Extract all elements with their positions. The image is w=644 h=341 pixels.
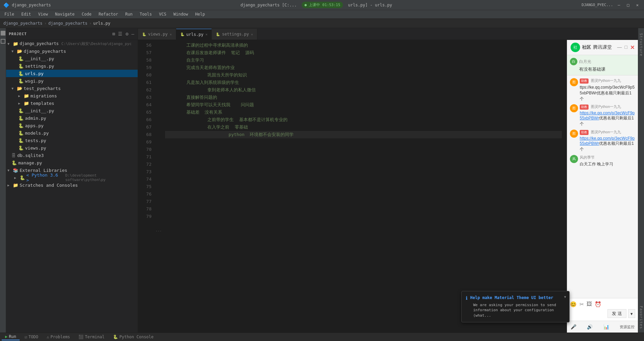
minimize-button[interactable]: —	[616, 2, 622, 8]
chat-close-btn[interactable]: ✕	[630, 44, 635, 51]
emoji-icon[interactable]: 😊	[570, 301, 577, 308]
tree-ext-libs[interactable]: ▼ 📚 External Libraries	[6, 166, 138, 174]
menu-view[interactable]: View	[36, 11, 51, 17]
menu-help[interactable]: Help	[192, 11, 208, 17]
menu-code[interactable]: Code	[79, 11, 94, 17]
breadcrumb-project[interactable]: django_pyecharts	[3, 21, 43, 26]
tree-scratches[interactable]: ▶ 📁 Scratches and Consoles	[6, 181, 138, 189]
menu-tools[interactable]: Tools	[137, 11, 155, 17]
tree-migrations[interactable]: ▶ 📁 migrations	[6, 92, 138, 99]
menu-refactor[interactable]: Refactor	[96, 11, 121, 17]
tree-root[interactable]: ▼ 📁 django_pyecharts C:\Users\顾安\Desktop…	[6, 40, 138, 47]
scratches-label: Scratches and Consoles	[20, 183, 78, 188]
scissors-icon[interactable]: ✂	[579, 301, 584, 308]
tree-tests[interactable]: 🐍 tests.py	[6, 137, 138, 144]
root-arrow: ▼	[7, 42, 12, 46]
sidebar-collapse-icon[interactable]: ☰	[117, 30, 123, 37]
notification-title: Help make Material Theme UI better	[470, 295, 553, 300]
tab-settings[interactable]: 🐍 settings.py ✕	[212, 29, 257, 40]
sidebar-close-icon[interactable]: —	[131, 30, 135, 37]
resource-monitor[interactable]: 资源监控	[620, 324, 635, 329]
menu-vcs[interactable]: VCS	[156, 11, 169, 17]
tree-test-folder[interactable]: ▼ 📂 test_pyecharts	[6, 85, 138, 92]
tree-manage[interactable]: 🐍 manage.py	[6, 159, 138, 166]
menu-window[interactable]: Window	[171, 11, 191, 17]
tab-views[interactable]: 🐍 views.py ✕	[138, 29, 176, 40]
notification-info-icon: ℹ	[466, 295, 467, 301]
activity-structure-icon[interactable]	[1, 39, 5, 44]
clock-icon[interactable]: ⏰	[595, 301, 601, 308]
py-icon-models: 🐍	[18, 131, 24, 136]
chat-subtitle: 腾讯课堂	[593, 44, 612, 50]
tree-init-1[interactable]: 🐍 __init__.py	[6, 55, 138, 62]
menu-navigate[interactable]: Navigate	[52, 11, 77, 17]
templates-label: templates	[30, 101, 54, 106]
chat-send-dropdown[interactable]: ▾	[628, 309, 635, 318]
migrations-folder-icon: 📁	[24, 93, 29, 98]
tree-python36[interactable]: ▶ 🐍 < Python 3.6 > D:\development softwa…	[6, 174, 138, 181]
py-icon-views: 🐍	[18, 145, 24, 151]
code-lines[interactable]: 工课的过程中寻求刷高清承插的 在课后发放老师课件 笔记 源码 自主学习 完成当天…	[160, 40, 567, 333]
tree-templates[interactable]: ▶ 📁 templates	[6, 99, 138, 107]
fold-icon[interactable]: ···	[156, 229, 162, 233]
breadcrumb-file[interactable]: urls.py	[93, 21, 111, 26]
tab-views-close[interactable]: ✕	[170, 32, 172, 36]
tree-wsgi[interactable]: 🐍 wsgi.py	[6, 77, 138, 85]
speaker-icon[interactable]: 🔊	[587, 324, 593, 329]
window-controls: DJANGO_PYEC... — □ ✕	[582, 2, 641, 8]
tab-urls[interactable]: 🐍 urls.py ✕	[176, 29, 212, 40]
menu-edit[interactable]: Edit	[19, 11, 34, 17]
favorites-tab[interactable]: Favorites	[638, 302, 644, 333]
structure-tab[interactable]: Structure	[638, 30, 644, 60]
chat-link[interactable]: https://ke.qq.com/p/3ecWcF9p55xbPBWr	[580, 136, 635, 146]
chat-minimize-btn[interactable]: —	[617, 44, 622, 51]
chat-message-text: https://ke.qq.com/p/3ecWcF9p55xbPBWr优惠名额…	[580, 136, 635, 152]
py-icon-admin: 🐍	[18, 116, 24, 121]
image-icon[interactable]: 🖼	[586, 301, 592, 308]
tree-models[interactable]: 🐍 models.py	[6, 129, 138, 137]
tree-settings[interactable]: 🐍 settings.py	[6, 62, 138, 70]
mic-icon[interactable]: 🎤	[571, 324, 576, 329]
ext-libs-icon: 📚	[13, 168, 18, 173]
chat-message-text: https://ke.qq.com/p/3ecWcF9p55xbPBWr优惠名额…	[580, 111, 635, 127]
py-icon-urls: 🐍	[18, 71, 24, 76]
problems-tab[interactable]: ⚠ Problems	[43, 334, 73, 340]
code-line: 在课后发放老师课件 笔记 源码	[165, 49, 562, 56]
chat-avatar-row: 图助教图灵Python一九九https://ke.qq.com/p/3ecWcF…	[570, 130, 635, 152]
run-tab[interactable]: ▶ Run	[2, 334, 20, 340]
maximize-button[interactable]: □	[625, 2, 631, 8]
breadcrumb-subproject[interactable]: django_pyecharts	[48, 21, 88, 26]
menu-run[interactable]: Run	[122, 11, 135, 17]
tree-views[interactable]: 🐍 views.py	[6, 144, 138, 152]
todo-icon: ☑	[25, 335, 27, 339]
notification-close-button[interactable]: ▾	[564, 294, 567, 299]
tree-db[interactable]: 🗄 db.sqlite3	[6, 152, 138, 159]
tree-django-folder[interactable]: ▼ 📂 django_pyecharts	[6, 47, 138, 55]
tree-init-2[interactable]: 🐍 __init__.py	[6, 107, 138, 114]
chat-link[interactable]: https://ke.qq.com/p/3ecWcF9p55xbPBWr	[580, 111, 635, 120]
sidebar-expand-icon[interactable]: ⊞	[112, 30, 116, 37]
chart-icon[interactable]: 📊	[603, 324, 609, 329]
sidebar-settings-icon[interactable]: ⚙	[125, 30, 129, 37]
code-line: 完成当天老师布置的作业	[165, 64, 562, 71]
tree-apps[interactable]: 🐍 apps.py	[6, 122, 138, 129]
tree-admin[interactable]: 🐍 admin.py	[6, 114, 138, 122]
activity-project-icon[interactable]	[1, 31, 5, 36]
code-line: 巩固当天所学的知识	[165, 71, 562, 79]
tab-settings-close[interactable]: ✕	[251, 32, 253, 36]
close-button[interactable]: ✕	[634, 2, 641, 8]
chat-maximize-btn[interactable]: □	[625, 44, 627, 51]
python-console-tab[interactable]: 🐍 Python Console	[110, 334, 157, 340]
terminal-tab[interactable]: ⬛ Terminal	[75, 334, 108, 340]
menu-file[interactable]: File	[2, 11, 17, 17]
chat-send-button[interactable]: 发 送	[607, 309, 626, 318]
todo-tab[interactable]: ☑ TODO	[21, 334, 42, 340]
ext-libs-label: External Libraries	[20, 168, 67, 173]
editor[interactable]: 5657585960616263646566676869707172737475…	[138, 40, 567, 333]
tab-urls-close[interactable]: ✕	[205, 32, 207, 36]
tree-urls[interactable]: 🐍 urls.py	[6, 70, 138, 77]
chat-avatar: 图	[570, 104, 578, 112]
migrations-arrow: ▶	[18, 94, 22, 98]
tab-settings-icon: 🐍	[216, 32, 220, 36]
chat-message-item: 图助教图灵Python一九九ttps://ke.qq.com/p/3ecWcF9…	[570, 78, 635, 101]
